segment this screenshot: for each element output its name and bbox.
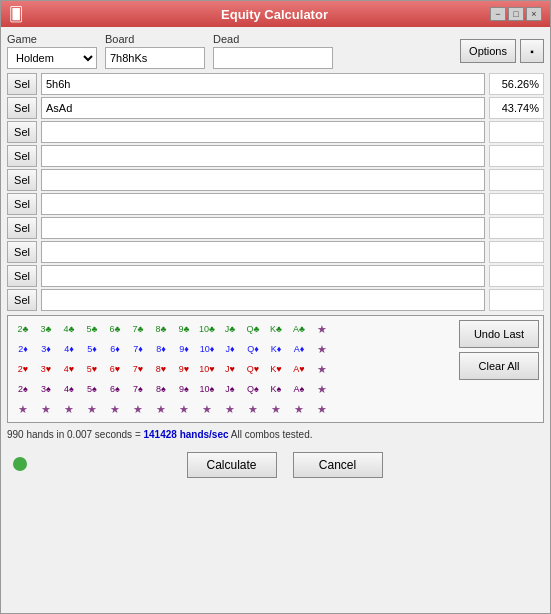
sel-button-2[interactable]: Sel (7, 121, 37, 143)
star-row-11[interactable]: ★ (265, 400, 287, 418)
sel-button-0[interactable]: Sel (7, 73, 37, 95)
card-diamonds-5[interactable]: 7♦ (127, 340, 149, 358)
hand-input-1[interactable] (41, 97, 485, 119)
minimize-button[interactable]: − (490, 7, 506, 21)
card-clubs-7[interactable]: 9♣ (173, 320, 195, 338)
card-clubs-12[interactable]: A♣ (288, 320, 310, 338)
hand-input-0[interactable] (41, 73, 485, 95)
card-diamonds-4[interactable]: 6♦ (104, 340, 126, 358)
star-row-13[interactable]: ★ (311, 400, 333, 418)
card-hearts-5[interactable]: 7♥ (127, 360, 149, 378)
close-button[interactable]: × (526, 7, 542, 21)
card-clubs-6[interactable]: 8♣ (150, 320, 172, 338)
sel-button-5[interactable]: Sel (7, 193, 37, 215)
card-diamonds-2[interactable]: 4♦ (58, 340, 80, 358)
card-spades-4[interactable]: 6♠ (104, 380, 126, 398)
card-hearts-10[interactable]: Q♥ (242, 360, 264, 378)
cancel-button[interactable]: Cancel (293, 452, 383, 478)
sel-button-8[interactable]: Sel (7, 265, 37, 287)
star-row-3[interactable]: ★ (81, 400, 103, 418)
calculate-button[interactable]: Calculate (187, 452, 277, 478)
star-spades[interactable]: ★ (311, 380, 333, 398)
card-clubs-1[interactable]: 3♣ (35, 320, 57, 338)
card-hearts-6[interactable]: 8♥ (150, 360, 172, 378)
card-diamonds-0[interactable]: 2♦ (12, 340, 34, 358)
card-diamonds-7[interactable]: 9♦ (173, 340, 195, 358)
sel-button-1[interactable]: Sel (7, 97, 37, 119)
card-clubs-9[interactable]: J♣ (219, 320, 241, 338)
sel-button-6[interactable]: Sel (7, 217, 37, 239)
hand-input-7[interactable] (41, 241, 485, 263)
card-clubs-11[interactable]: K♣ (265, 320, 287, 338)
star-hearts[interactable]: ★ (311, 360, 333, 378)
card-hearts-2[interactable]: 4♥ (58, 360, 80, 378)
card-spades-3[interactable]: 5♠ (81, 380, 103, 398)
undo-last-button[interactable]: Undo Last (459, 320, 539, 348)
card-hearts-4[interactable]: 6♥ (104, 360, 126, 378)
hand-input-8[interactable] (41, 265, 485, 287)
star-row-4[interactable]: ★ (104, 400, 126, 418)
star-row-12[interactable]: ★ (288, 400, 310, 418)
card-spades-8[interactable]: 10♠ (196, 380, 218, 398)
hand-input-6[interactable] (41, 217, 485, 239)
extra-button[interactable]: ▪ (520, 39, 544, 63)
star-row-8[interactable]: ★ (196, 400, 218, 418)
sel-button-3[interactable]: Sel (7, 145, 37, 167)
card-diamonds-3[interactable]: 5♦ (81, 340, 103, 358)
card-spades-6[interactable]: 8♠ (150, 380, 172, 398)
card-diamonds-11[interactable]: K♦ (265, 340, 287, 358)
card-hearts-3[interactable]: 5♥ (81, 360, 103, 378)
card-clubs-2[interactable]: 4♣ (58, 320, 80, 338)
star-row-10[interactable]: ★ (242, 400, 264, 418)
sel-button-9[interactable]: Sel (7, 289, 37, 311)
card-clubs-8[interactable]: 10♣ (196, 320, 218, 338)
sel-button-7[interactable]: Sel (7, 241, 37, 263)
hand-input-4[interactable] (41, 169, 485, 191)
card-hearts-9[interactable]: J♥ (219, 360, 241, 378)
card-spades-9[interactable]: J♠ (219, 380, 241, 398)
star-row-6[interactable]: ★ (150, 400, 172, 418)
card-spades-10[interactable]: Q♠ (242, 380, 264, 398)
card-clubs-4[interactable]: 6♣ (104, 320, 126, 338)
sel-button-4[interactable]: Sel (7, 169, 37, 191)
card-hearts-12[interactable]: A♥ (288, 360, 310, 378)
card-spades-2[interactable]: 4♠ (58, 380, 80, 398)
star-row-0[interactable]: ★ (12, 400, 34, 418)
card-hearts-11[interactable]: K♥ (265, 360, 287, 378)
card-spades-0[interactable]: 2♠ (12, 380, 34, 398)
card-spades-12[interactable]: A♠ (288, 380, 310, 398)
star-diamonds[interactable]: ★ (311, 340, 333, 358)
card-clubs-3[interactable]: 5♣ (81, 320, 103, 338)
card-diamonds-1[interactable]: 3♦ (35, 340, 57, 358)
game-select[interactable]: Holdem Omaha (7, 47, 97, 69)
card-spades-1[interactable]: 3♠ (35, 380, 57, 398)
card-hearts-1[interactable]: 3♥ (35, 360, 57, 378)
hand-input-9[interactable] (41, 289, 485, 311)
hand-input-3[interactable] (41, 145, 485, 167)
board-input[interactable] (105, 47, 205, 69)
card-hearts-7[interactable]: 9♥ (173, 360, 195, 378)
clear-all-button[interactable]: Clear All (459, 352, 539, 380)
card-diamonds-6[interactable]: 8♦ (150, 340, 172, 358)
card-diamonds-10[interactable]: Q♦ (242, 340, 264, 358)
card-hearts-8[interactable]: 10♥ (196, 360, 218, 378)
card-spades-11[interactable]: K♠ (265, 380, 287, 398)
star-row-2[interactable]: ★ (58, 400, 80, 418)
card-hearts-0[interactable]: 2♥ (12, 360, 34, 378)
card-diamonds-8[interactable]: 10♦ (196, 340, 218, 358)
hand-input-2[interactable] (41, 121, 485, 143)
star-row-7[interactable]: ★ (173, 400, 195, 418)
card-clubs-10[interactable]: Q♣ (242, 320, 264, 338)
card-clubs-5[interactable]: 7♣ (127, 320, 149, 338)
card-diamonds-12[interactable]: A♦ (288, 340, 310, 358)
options-button[interactable]: Options (460, 39, 516, 63)
card-diamonds-9[interactable]: J♦ (219, 340, 241, 358)
card-spades-5[interactable]: 7♠ (127, 380, 149, 398)
card-clubs-0[interactable]: 2♣ (12, 320, 34, 338)
card-spades-7[interactable]: 9♠ (173, 380, 195, 398)
star-clubs[interactable]: ★ (311, 320, 333, 338)
star-row-5[interactable]: ★ (127, 400, 149, 418)
maximize-button[interactable]: □ (508, 7, 524, 21)
hand-input-5[interactable] (41, 193, 485, 215)
dead-input[interactable] (213, 47, 333, 69)
